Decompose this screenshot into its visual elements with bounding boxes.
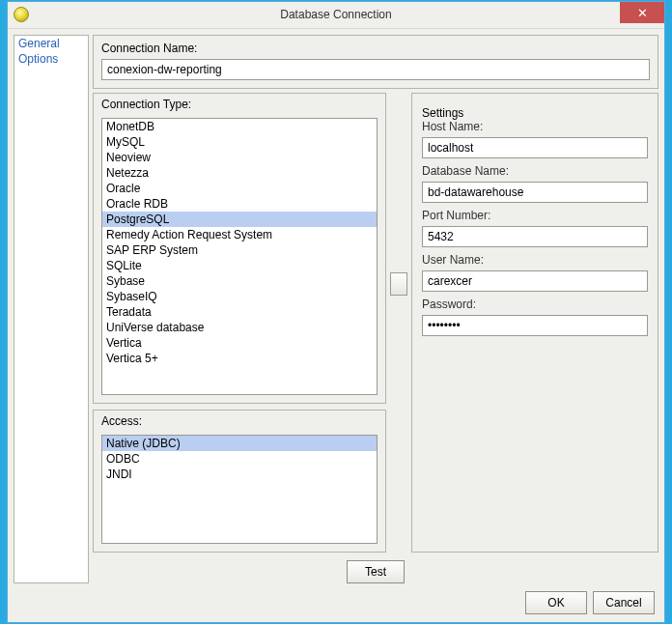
cancel-button[interactable]: Cancel (593, 591, 655, 614)
list-item[interactable]: MonetDB (102, 119, 377, 134)
list-item[interactable]: MySQL (102, 134, 377, 150)
connection-name-label: Connection Name: (101, 42, 650, 55)
access-list[interactable]: Native (JDBC)ODBCJNDI (101, 435, 378, 544)
user-name-label: User Name: (422, 253, 648, 267)
access-label: Access: (101, 414, 378, 428)
list-item[interactable]: PostgreSQL (102, 212, 377, 227)
port-number-input[interactable] (422, 226, 648, 247)
list-item[interactable]: ODBC (102, 451, 377, 467)
connection-name-group: Connection Name: (93, 35, 658, 89)
database-name-label: Database Name: (422, 164, 648, 178)
list-item[interactable]: Neoview (102, 150, 377, 165)
list-item[interactable]: Remedy Action Request System (102, 227, 377, 242)
port-number-label: Port Number: (422, 209, 648, 222)
list-item[interactable]: UniVerse database (102, 320, 377, 335)
list-item[interactable]: SAP ERP System (102, 242, 377, 258)
connection-name-input[interactable] (101, 59, 650, 80)
access-group: Access: Native (JDBC)ODBCJNDI (93, 410, 386, 553)
list-item[interactable]: Oracle (102, 181, 377, 196)
password-label: Password: (422, 298, 648, 311)
list-item[interactable]: Netezza (102, 165, 377, 181)
list-item[interactable]: Native (JDBC) (102, 436, 377, 451)
host-name-input[interactable] (422, 137, 648, 158)
settings-group: Settings Host Name: Database Name: Port … (411, 93, 658, 553)
sidebar-item-general[interactable]: General (14, 36, 88, 51)
list-item[interactable]: SybaseIQ (102, 289, 377, 304)
titlebar[interactable]: Database Connection ✕ (8, 2, 664, 29)
list-item[interactable]: Vertica 5+ (102, 351, 377, 366)
content-area: General Options Connection Name: Connect… (14, 35, 658, 583)
connection-type-label: Connection Type: (101, 98, 378, 111)
connection-type-group: Connection Type: MonetDBMySQLNeoviewNete… (93, 93, 386, 404)
dialog-window: Database Connection ✕ General Options Co… (7, 1, 665, 623)
test-button-row: Test (93, 560, 658, 583)
middle-row: Connection Type: MonetDBMySQLNeoviewNete… (93, 93, 658, 553)
main-panel: Connection Name: Connection Type: MonetD… (93, 35, 658, 583)
list-item[interactable]: JNDI (102, 467, 377, 482)
sidebar-item-options[interactable]: Options (14, 51, 88, 67)
user-name-input[interactable] (422, 270, 648, 292)
list-item[interactable]: Teradata (102, 304, 377, 320)
list-item[interactable]: Sybase (102, 273, 377, 289)
window-title: Database Connection (8, 8, 664, 21)
list-item[interactable]: Vertica (102, 335, 377, 351)
sidebar: General Options (14, 35, 89, 583)
mid-button-column (392, 93, 406, 553)
close-icon: ✕ (637, 6, 648, 20)
left-column: Connection Type: MonetDBMySQLNeoviewNete… (93, 93, 386, 553)
database-name-input[interactable] (422, 182, 648, 203)
connection-type-list[interactable]: MonetDBMySQLNeoviewNetezzaOracleOracle R… (101, 118, 378, 395)
test-button[interactable]: Test (347, 560, 405, 583)
list-item[interactable]: Oracle RDB (102, 196, 377, 212)
password-input[interactable] (422, 315, 648, 336)
dialog-footer: OK Cancel (525, 591, 655, 614)
ok-button[interactable]: OK (525, 591, 587, 614)
host-name-label: Host Name: (422, 120, 648, 133)
explore-button[interactable] (390, 272, 407, 296)
settings-legend: Settings (422, 106, 648, 120)
close-button[interactable]: ✕ (620, 2, 664, 23)
list-item[interactable]: SQLite (102, 258, 377, 273)
